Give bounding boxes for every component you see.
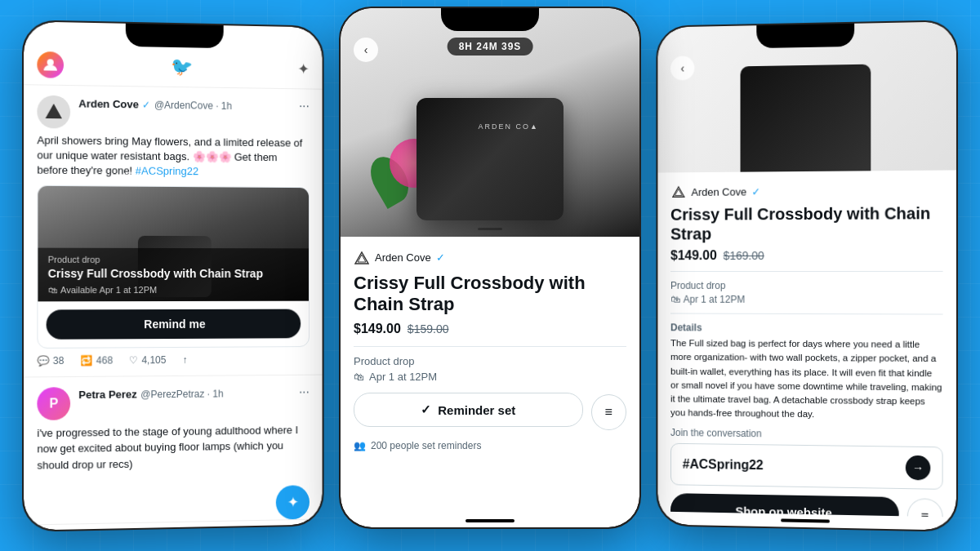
center-people-text: 200 people set reminders (371, 440, 481, 451)
product-date-card: 🛍 Available Apr 1 at 12PM (48, 284, 300, 294)
right-drop-label: Product drop (670, 279, 943, 291)
center-brand-row: Arden Cove ✓ (354, 250, 626, 266)
share-icon: ↑ (182, 353, 187, 365)
tweet-1-card[interactable]: Product drop Crissy Full Crossbody with … (37, 184, 310, 348)
share-button-center[interactable]: ≡ (591, 394, 626, 430)
center-drop-date-text: Apr 1 at 12PM (369, 371, 437, 383)
tweet-2-author-name: Petra Perez (78, 387, 136, 400)
svg-point-0 (47, 59, 54, 65)
left-screen: 🐦 ✦ Arden Cove ✓ @ArdenCove · 1h (24, 21, 323, 530)
tweet-1-header: Arden Cove ✓ @ArdenCove · 1h ··· (37, 95, 310, 131)
tweet-1-hashtag[interactable]: #ACSpring22 (136, 164, 198, 177)
hashtag-arrow-icon: → (906, 455, 931, 480)
right-brand-logo-icon (670, 184, 687, 200)
product-drop-label: Product drop (48, 255, 300, 264)
brand-logo-icon (354, 250, 370, 266)
center-action-row: ✓ Reminder set ≡ (354, 393, 626, 432)
people-icon: 👥 (354, 440, 366, 451)
right-divider-1 (670, 270, 943, 271)
phone-center: ARDEN CO▲ ‹ 8H 24M 39S Arden Cove ✓ Cris… (339, 7, 641, 529)
right-price-original: $169.00 (724, 249, 764, 262)
retweet-icon: 🔁 (81, 354, 93, 366)
tweet-1-avatar (37, 95, 70, 128)
heart-icon: ♡ (129, 353, 138, 365)
tweet-1-author[interactable]: Arden Cove ✓ @ArdenCove · 1h (78, 96, 291, 113)
tweet-1-text: April showers bring May flowers, and a l… (37, 133, 310, 180)
tweet-1-card-image: Product drop Crissy Full Crossbody with … (38, 185, 309, 301)
phones-container: 🐦 ✦ Arden Cove ✓ @ArdenCove · 1h (24, 15, 956, 537)
tweet-2-header: P Petra Perez @PerezPetraz · 1h ··· (37, 384, 310, 420)
phone-notch-right (756, 23, 854, 47)
avatar[interactable] (37, 51, 64, 78)
tweet-1-actions: 💬 38 🔁 468 ♡ 4,105 ↑ (37, 353, 310, 366)
arden-cove-bag-logo: ARDEN CO▲ (479, 122, 539, 131)
share-button-right[interactable]: ≡ (906, 498, 942, 517)
center-product-image: ARDEN CO▲ ‹ 8H 24M 39S (341, 8, 639, 237)
tweet-1-handle: @ArdenCove · 1h (154, 99, 232, 111)
tweet-1-author-info: Arden Cove ✓ @ArdenCove · 1h (78, 96, 291, 113)
share-action[interactable]: ↑ (182, 353, 187, 365)
comment-action[interactable]: 💬 38 (37, 354, 64, 366)
tweet-2-handle: @PerezPetraz · 1h (140, 388, 223, 400)
center-product-title: Crissy Full Crossbody with Chain Strap (354, 273, 626, 316)
nav-bell-icon[interactable]: 🔔 (197, 529, 219, 530)
tweet-1-verified-icon: ✓ (142, 99, 150, 110)
center-drop-date: 🛍 Apr 1 at 12PM (354, 371, 626, 383)
right-brand-row: Arden Cove ✓ (670, 181, 943, 199)
tweet-1-more-icon[interactable]: ··· (299, 99, 310, 113)
right-brand-name: Arden Cove (691, 185, 746, 198)
product-title-card: Crissy Full Crossbody with Chain Strap (48, 266, 300, 281)
tweet-2-more-icon[interactable]: ··· (299, 384, 310, 399)
right-details-text: The Full sized bag is perfect for days w… (670, 336, 943, 423)
center-drop-label: Product drop (354, 355, 626, 367)
calendar-icon: 🛍 (48, 284, 57, 294)
right-price-current: $149.00 (670, 248, 717, 263)
phone-notch-left (126, 23, 224, 47)
back-button-right[interactable]: ‹ (670, 56, 694, 80)
tweet-2-author-info: Petra Perez @PerezPetraz · 1h (78, 384, 291, 401)
like-action[interactable]: ♡ 4,105 (129, 353, 166, 365)
right-divider-2 (670, 313, 943, 314)
right-content: Arden Cove ✓ Crissy Full Crossbody with … (657, 170, 956, 517)
right-drop-date-text: Apr 1 at 12PM (684, 293, 745, 304)
tweet-card-overlay: Product drop Crissy Full Crossbody with … (38, 248, 309, 301)
svg-marker-1 (46, 103, 62, 118)
retweet-action[interactable]: 🔁 468 (81, 354, 113, 366)
tweet-1-author-name: Arden Cove (78, 97, 139, 110)
tweet-2-text: i've progressed to the stage of young ad… (37, 421, 310, 473)
tweet-2-avatar: P (37, 386, 70, 420)
right-product-title: Crissy Full Crossbody with Chain Strap (670, 203, 943, 243)
home-indicator-center (466, 519, 514, 522)
center-screen: ARDEN CO▲ ‹ 8H 24M 39S Arden Cove ✓ Cris… (341, 8, 639, 527)
center-brand-verified-icon: ✓ (436, 251, 445, 264)
tweet-2: P Petra Perez @PerezPetraz · 1h ··· i've… (24, 375, 323, 483)
svg-marker-5 (673, 186, 684, 196)
phone-notch-center (441, 8, 539, 31)
reminder-set-label: Reminder set (438, 403, 515, 417)
phone-left: 🐦 ✦ Arden Cove ✓ @ArdenCove · 1h (22, 20, 324, 532)
compose-fab-button[interactable]: ✦ (276, 485, 310, 519)
sparkle-icon[interactable]: ✦ (297, 60, 310, 78)
remind-me-button[interactable]: Remind me (47, 309, 301, 339)
right-screen: ‹ Arden Cove ✓ Crissy Full Crossbody wit… (657, 21, 956, 530)
calendar-drop-icon: 🛍 (354, 371, 364, 383)
tweet-1: Arden Cove ✓ @ArdenCove · 1h ··· April s… (24, 85, 323, 377)
nav-mail-icon[interactable]: ✉ (278, 528, 293, 531)
home-indicator-right (781, 518, 830, 522)
comment-count: 38 (53, 354, 65, 366)
right-drop-date: 🛍 Apr 1 at 12PM (670, 293, 943, 305)
shop-on-website-button[interactable]: Shop on website (670, 492, 898, 517)
twitter-logo-icon: 🐦 (171, 56, 193, 77)
product-date-text: Available Apr 1 at 12PM (60, 284, 157, 294)
back-button-center[interactable]: ‹ (354, 38, 378, 62)
center-price-current: $149.00 (354, 322, 401, 336)
center-drop-info: Product drop 🛍 Apr 1 at 12PM (354, 355, 626, 383)
bag-main-shape: ARDEN CO▲ (416, 98, 564, 220)
right-details-label: Details (670, 322, 943, 334)
right-bag-shape (741, 64, 871, 171)
right-drop-section: Product drop 🛍 Apr 1 at 12PM (670, 279, 943, 304)
hashtag-box[interactable]: #ACSpring22 → (670, 442, 943, 489)
reminder-set-button[interactable]: ✓ Reminder set (354, 393, 583, 427)
phone-right: ‹ Arden Cove ✓ Crissy Full Crossbody wit… (656, 20, 958, 532)
center-product-detail: Arden Cove ✓ Crissy Full Crossbody with … (341, 237, 639, 514)
